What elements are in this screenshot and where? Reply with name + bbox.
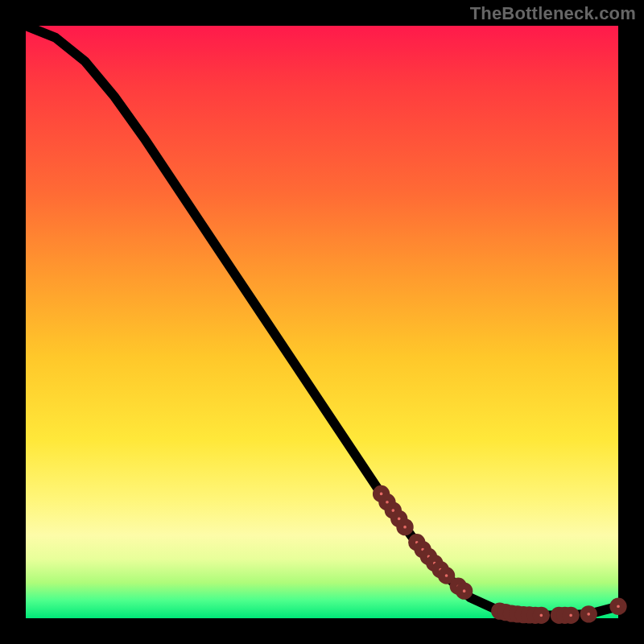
data-point [584, 609, 594, 620]
data-point [400, 522, 411, 532]
data-point [441, 571, 452, 581]
plot-overlay [26, 26, 618, 618]
data-point [536, 610, 547, 621]
marker-group [376, 489, 623, 620]
main-curve [26, 26, 618, 615]
data-point [459, 586, 469, 597]
data-point [566, 610, 576, 621]
data-point [613, 601, 624, 612]
chart-stage: TheBottleneck.com [0, 0, 644, 644]
watermark-text: TheBottleneck.com [470, 3, 636, 24]
